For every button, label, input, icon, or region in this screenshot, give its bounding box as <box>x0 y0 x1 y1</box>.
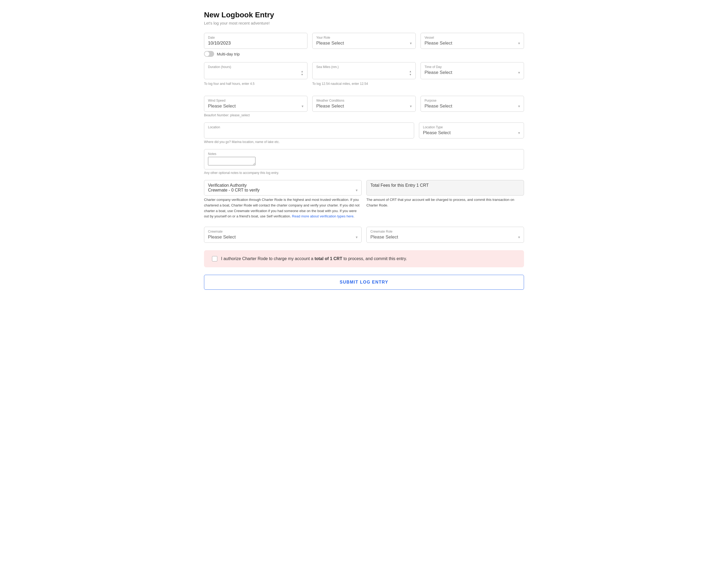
sea-miles-hint: To log 12.54 nautical miles, enter 12.54 <box>312 82 416 86</box>
crewmate-chevron-icon: ▾ <box>356 235 358 239</box>
location-label: Location <box>208 125 410 129</box>
time-of-day-value: Please Select <box>424 70 452 75</box>
time-of-day-field[interactable]: Time of Day Please Select ▾ <box>420 62 524 79</box>
multi-day-row: Multi-day trip <box>204 51 524 57</box>
wind-speed-label: Wind Speed <box>208 99 304 102</box>
vessel-chevron-icon: ▾ <box>518 41 520 45</box>
page-subtitle: Let's log your most recent adventure! <box>204 21 524 25</box>
duration-down-icon[interactable]: ▼ <box>301 73 304 76</box>
verification-chevron-icon: ▾ <box>356 188 358 192</box>
time-of-day-label: Time of Day <box>424 65 520 69</box>
sea-miles-label: Sea Miles (nm.) <box>316 65 412 69</box>
authorization-banner: I authorize Charter Rode to charge my ac… <box>204 250 524 267</box>
duration-label: Duration (hours) <box>208 65 304 69</box>
date-input[interactable] <box>208 41 304 46</box>
your-role-chevron-icon: ▾ <box>410 41 412 45</box>
verification-authority-box[interactable]: Verification Authority Crewmate - 0 CRT … <box>204 180 362 196</box>
your-role-label: Your Role <box>316 36 412 40</box>
duration-up-icon[interactable]: ▲ <box>301 70 304 73</box>
sea-miles-spinner[interactable]: ▲ ▼ <box>409 70 412 76</box>
purpose-label: Purpose <box>424 99 520 102</box>
duration-field[interactable]: Duration (hours) ▲ ▼ <box>204 62 308 79</box>
sea-miles-field[interactable]: Sea Miles (nm.) ▲ ▼ <box>312 62 416 79</box>
total-fees-box: Total Fees for this Entry 1 CRT <box>366 180 524 196</box>
verification-description: Charter company verification through Cha… <box>204 197 362 219</box>
weather-conditions-value: Please Select <box>316 103 344 109</box>
sea-miles-up-icon[interactable]: ▲ <box>409 70 412 73</box>
total-fees-value: 1 CRT <box>417 183 429 187</box>
verification-authority-label: Verification Authority <box>208 183 247 187</box>
purpose-value: Please Select <box>424 103 452 109</box>
location-type-chevron-icon: ▾ <box>518 131 520 135</box>
vessel-value: Please Select <box>424 41 452 46</box>
sea-miles-input[interactable] <box>316 71 408 76</box>
verification-authority-value: Crewmate - 0 CRT to verify <box>208 188 259 193</box>
notes-input[interactable] <box>208 157 256 166</box>
crewmate-role-value: Please Select <box>370 234 398 240</box>
location-field[interactable]: Location <box>204 123 414 138</box>
crewmate-role-chevron-icon: ▾ <box>518 235 520 239</box>
authorization-amount: total of 1 CRT <box>314 256 342 261</box>
date-label: Date <box>208 36 304 40</box>
fees-description: The amount of CRT that your account will… <box>366 197 524 208</box>
multi-day-label: Multi-day trip <box>217 52 240 56</box>
location-type-value: Please Select <box>423 130 451 135</box>
duration-hint: To log four and half hours, enter 4.5 <box>204 82 308 86</box>
notes-field[interactable]: Notes <box>204 149 524 170</box>
weather-conditions-chevron-icon: ▾ <box>410 104 412 108</box>
page-title: New Logbook Entry <box>204 11 524 19</box>
purpose-chevron-icon: ▾ <box>518 104 520 108</box>
submit-button[interactable]: SUBMIT LOG ENTRY <box>204 275 524 290</box>
location-type-label: Location Type <box>423 125 520 129</box>
multi-day-toggle[interactable] <box>204 51 214 57</box>
your-role-value: Please Select <box>316 41 344 46</box>
wind-speed-chevron-icon: ▾ <box>302 104 304 108</box>
wind-speed-value: Please Select <box>208 103 236 109</box>
vessel-field[interactable]: Vessel Please Select ▾ <box>420 33 524 49</box>
sea-miles-down-icon[interactable]: ▼ <box>409 73 412 76</box>
verification-link[interactable]: Read more about verification types here <box>292 214 354 218</box>
duration-input[interactable] <box>208 71 300 76</box>
vessel-label: Vessel <box>424 36 520 40</box>
wind-speed-field[interactable]: Wind Speed Please Select ▾ <box>204 96 308 112</box>
notes-hint: Any other optional notes to accompany th… <box>204 171 524 175</box>
your-role-field[interactable]: Your Role Please Select ▾ <box>312 33 416 49</box>
beaufort-number: Beaufort Number: please_select <box>204 113 524 117</box>
crewmate-field[interactable]: Crewmate Please Select ▾ <box>204 227 362 243</box>
location-hint: Where did you go? Marina location, name … <box>204 140 524 144</box>
crewmate-label: Crewmate <box>208 230 358 233</box>
crewmate-role-label: Crewmate Role <box>370 230 520 233</box>
date-field[interactable]: Date <box>204 33 308 49</box>
notes-label: Notes <box>208 152 520 156</box>
location-type-field[interactable]: Location Type Please Select ▾ <box>419 123 524 138</box>
authorization-checkbox[interactable] <box>212 256 217 261</box>
authorization-text: I authorize Charter Rode to charge my ac… <box>221 256 407 261</box>
weather-conditions-label: Weather Conditions <box>316 99 412 102</box>
purpose-field[interactable]: Purpose Please Select ▾ <box>420 96 524 112</box>
time-of-day-chevron-icon: ▾ <box>518 71 520 75</box>
location-input[interactable] <box>208 130 410 135</box>
duration-spinner[interactable]: ▲ ▼ <box>301 70 304 76</box>
total-fees-label: Total Fees for this Entry <box>370 183 415 187</box>
crewmate-role-field[interactable]: Crewmate Role Please Select ▾ <box>366 227 524 243</box>
weather-conditions-field[interactable]: Weather Conditions Please Select ▾ <box>312 96 416 112</box>
crewmate-value: Please Select <box>208 234 236 240</box>
